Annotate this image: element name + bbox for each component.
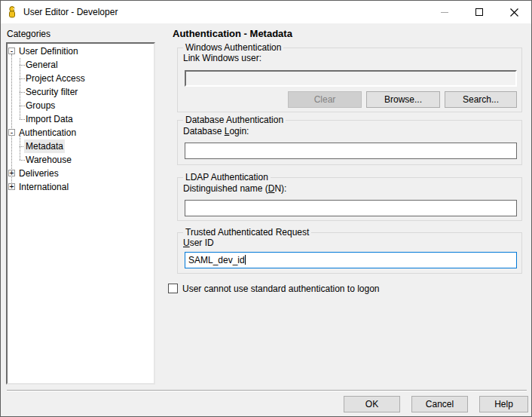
tree-item-label: User Definition xyxy=(17,44,80,58)
tree-item-user-definition[interactable]: - User Definition xyxy=(8,44,154,58)
distinguished-name-input[interactable] xyxy=(185,200,517,216)
tree-inner: - User Definition General Project Access… xyxy=(8,44,154,383)
text-caret xyxy=(245,255,246,265)
ldap-auth-group-title: LDAP Authentication xyxy=(183,172,271,183)
tree-item-groups[interactable]: Groups xyxy=(8,99,154,112)
window-title: User Editor - Developer xyxy=(23,1,118,23)
tree-item-authentication[interactable]: - Authentication xyxy=(8,126,154,140)
expand-icon[interactable]: + xyxy=(8,170,15,176)
clear-button: Clear xyxy=(288,91,362,108)
trusted-auth-group-title: Trusted Authenticated Request xyxy=(183,227,311,238)
trusted-auth-group: Trusted Authenticated Request User ID SA… xyxy=(177,232,522,274)
user-app-icon xyxy=(7,6,19,18)
distinguished-name-label: Distinguished name (DN): xyxy=(183,183,286,194)
maximize-icon xyxy=(475,8,483,16)
collapse-icon[interactable]: - xyxy=(8,48,15,54)
tree-item-label: Security filter xyxy=(24,85,79,99)
tree-item-general[interactable]: General xyxy=(8,58,154,72)
tree-item-deliveries[interactable]: + Deliveries xyxy=(8,167,154,180)
tree-item-label: Warehouse xyxy=(24,153,73,167)
search-button[interactable]: Search... xyxy=(445,91,517,108)
tree-item-label: Deliveries xyxy=(17,167,60,180)
user-id-input[interactable]: SAML_dev_id xyxy=(185,252,517,268)
tree-item-metadata[interactable]: Metadata xyxy=(8,140,154,153)
footer-separator xyxy=(7,390,527,391)
windows-auth-group-title: Windows Authentication xyxy=(183,42,283,54)
tree-item-project-access[interactable]: Project Access xyxy=(8,72,154,85)
tree-item-label: General xyxy=(24,58,60,72)
tree-item-security-filter[interactable]: Security filter xyxy=(8,85,154,99)
categories-label: Categories xyxy=(7,29,50,39)
tree-item-international[interactable]: + International xyxy=(8,180,154,194)
user-id-label: User ID xyxy=(183,238,214,248)
minimize-icon xyxy=(441,12,448,13)
tree-item-label: Metadata xyxy=(24,140,65,153)
close-icon xyxy=(510,8,518,17)
link-windows-user-label: Link Windows user: xyxy=(183,53,261,63)
minimize-button[interactable] xyxy=(427,1,462,23)
help-button[interactable]: Help xyxy=(479,396,528,412)
expand-icon[interactable]: + xyxy=(8,183,15,190)
link-windows-user-field xyxy=(185,70,517,87)
tree-item-label: Project Access xyxy=(24,72,87,85)
maximize-button[interactable] xyxy=(462,1,497,23)
tree-item-label: Groups xyxy=(24,99,57,112)
user-editor-window: User Editor - Developer Categories xyxy=(0,0,532,417)
tree-item-label: International xyxy=(17,180,70,194)
tree-item-label: Import Data xyxy=(24,112,75,126)
database-auth-group-title: Database Authentication xyxy=(183,115,286,126)
tree-item-label: Authentication xyxy=(17,126,78,140)
database-login-label: Database Login: xyxy=(183,126,249,136)
checkbox-icon[interactable] xyxy=(168,284,178,293)
ldap-auth-group: LDAP Authentication Distinguished name (… xyxy=(177,177,522,221)
titlebar[interactable]: User Editor - Developer xyxy=(1,1,531,23)
close-button[interactable] xyxy=(497,1,531,23)
database-auth-group: Database Authentication Database Login: xyxy=(177,120,522,165)
collapse-icon[interactable]: - xyxy=(8,129,15,136)
cancel-button[interactable]: Cancel xyxy=(411,396,468,412)
database-login-input[interactable] xyxy=(185,143,517,159)
browse-button[interactable]: Browse... xyxy=(366,91,440,108)
ok-button[interactable]: OK xyxy=(344,396,400,412)
tree-item-import-data[interactable]: Import Data xyxy=(8,112,154,126)
page-title: Authentication - Metadata xyxy=(173,28,292,39)
windows-auth-group: Windows Authentication Link Windows user… xyxy=(177,48,522,112)
standard-auth-checkbox-label: User cannot use standard authentication … xyxy=(182,283,380,295)
tree-item-warehouse[interactable]: Warehouse xyxy=(8,153,154,167)
user-id-value: SAML_dev_id xyxy=(188,255,245,265)
categories-tree: - User Definition General Project Access… xyxy=(6,42,155,385)
